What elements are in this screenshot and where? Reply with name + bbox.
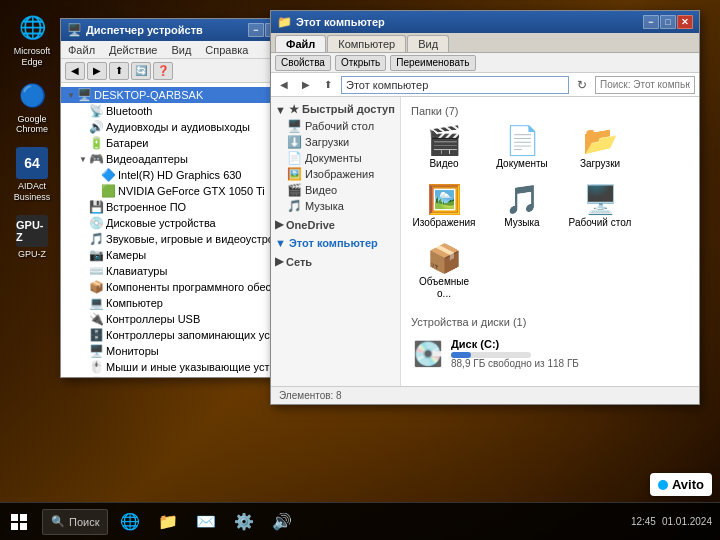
toolbar-up[interactable]: ⬆ <box>109 62 129 80</box>
taskbar-icons: 🌐 📁 ✉️ ⚙️ 🔊 <box>112 503 300 541</box>
device-tree[interactable]: ▼🖥️DESKTOP-QARBSAK📡Bluetooth🔊Аудиовходы … <box>61 83 304 377</box>
tree-item-12[interactable]: 📦Компоненты программного обеспечения <box>61 279 304 295</box>
sidebar-header-this-pc[interactable]: ▼ Этот компьютер <box>271 235 400 251</box>
tree-item-16[interactable]: 🖥️Мониторы <box>61 343 304 359</box>
fe-maximize-button[interactable]: □ <box>660 15 676 29</box>
tree-item-0[interactable]: ▼🖥️DESKTOP-QARBSAK <box>61 87 304 103</box>
folder-3d[interactable]: 📦 Объемные о... <box>409 241 479 304</box>
menu-action[interactable]: Действие <box>106 44 160 56</box>
tree-item-6[interactable]: 🟩NVIDIA GeForce GTX 1050 Ti <box>61 183 304 199</box>
ribbon-properties[interactable]: Свойства <box>275 55 331 71</box>
desktop-icon-64bit[interactable]: 64 AIDAct Business <box>4 145 60 205</box>
disk-c-icon: 💽 <box>413 340 443 368</box>
search-icon: 🔍 <box>51 515 65 528</box>
tree-item-2[interactable]: 🔊Аудиовходы и аудиовыходы <box>61 119 304 135</box>
taskbar-icon-edge[interactable]: 🌐 <box>112 503 148 541</box>
fe-back-button[interactable]: ◀ <box>275 76 293 94</box>
taskbar-icon-settings[interactable]: ⚙️ <box>226 503 262 541</box>
fe-address-input[interactable] <box>341 76 569 94</box>
avito-badge: Avito <box>650 473 712 496</box>
sidebar-header-quick-access[interactable]: ▼ ★ Быстрый доступ <box>271 101 400 118</box>
sidebar-item-desktop[interactable]: 🖥️Рабочий стол <box>271 118 400 134</box>
file-explorer-window: 📁 Этот компьютер − □ ✕ Файл Компьютер Ви… <box>270 10 700 405</box>
fe-search-input[interactable] <box>595 76 695 94</box>
tree-item-11[interactable]: ⌨️Клавиатуры <box>61 263 304 279</box>
taskbar-icon-mail[interactable]: ✉️ <box>188 503 224 541</box>
menu-file[interactable]: Файл <box>65 44 98 56</box>
fe-forward-button[interactable]: ▶ <box>297 76 315 94</box>
sidebar-header-network[interactable]: ▶ Сеть <box>271 253 400 270</box>
sidebar-onedrive: ▶ OneDrive <box>271 216 400 233</box>
video-folder-icon: 🎬 <box>427 127 462 155</box>
tree-item-14[interactable]: 🔌Контроллеры USB <box>61 311 304 327</box>
sidebar-item-downloads[interactable]: ⬇️Загрузки <box>271 134 400 150</box>
tab-view[interactable]: Вид <box>407 35 449 52</box>
tree-item-15[interactable]: 🗄️Контроллеры запоминающих устройств <box>61 327 304 343</box>
folders-grid: 🎬 Видео 📄 Документы 📂 Загрузки 🖼️ Изобра… <box>409 123 691 304</box>
fe-up-button[interactable]: ⬆ <box>319 76 337 94</box>
tree-item-3[interactable]: 🔋Батареи <box>61 135 304 151</box>
tree-item-17[interactable]: 🖱️Мыши и иные указывающие устройства <box>61 359 304 375</box>
menu-view[interactable]: Вид <box>168 44 194 56</box>
taskbar-icon-audio[interactable]: 🔊 <box>264 503 300 541</box>
folder-desktop[interactable]: 🖥️ Рабочий стол <box>565 182 635 233</box>
toolbar-help[interactable]: ❓ <box>153 62 173 80</box>
minimize-button[interactable]: − <box>248 23 264 37</box>
taskbar-search[interactable]: 🔍 Поиск <box>42 509 108 535</box>
tree-item-1[interactable]: 📡Bluetooth <box>61 103 304 119</box>
sidebar-item-pictures[interactable]: 🖼️Изображения <box>271 166 400 182</box>
fe-close-button[interactable]: ✕ <box>677 15 693 29</box>
64bit-label: AIDAct Business <box>6 181 58 203</box>
fe-refresh-button[interactable]: ↻ <box>573 76 591 94</box>
device-manager-titlebar: 🖥️ Диспетчер устройств − □ ✕ <box>61 19 304 41</box>
folder-music[interactable]: 🎵 Музыка <box>487 182 557 233</box>
tree-item-8[interactable]: 💿Дисковые устройства <box>61 215 304 231</box>
folder-documents[interactable]: 📄 Документы <box>487 123 557 174</box>
tree-item-5[interactable]: 🔷Intel(R) HD Graphics 630 <box>61 167 304 183</box>
tree-item-7[interactable]: 💾Встроенное ПО <box>61 199 304 215</box>
fe-main: ▼ ★ Быстрый доступ 🖥️Рабочий стол ⬇️Загр… <box>271 97 699 386</box>
chrome-label: Google Chrome <box>6 114 58 136</box>
folder-pictures[interactable]: 🖼️ Изображения <box>409 182 479 233</box>
desktop-icon-chrome[interactable]: 🔵 Google Chrome <box>4 78 60 138</box>
sidebar-item-documents[interactable]: 📄Документы <box>271 150 400 166</box>
start-button[interactable] <box>0 503 38 541</box>
disk-c-space: 88,9 ГБ свободно из 118 ГБ <box>451 358 579 369</box>
svg-rect-0 <box>11 514 18 521</box>
toolbar-back[interactable]: ◀ <box>65 62 85 80</box>
taskbar: 🔍 Поиск 🌐 📁 ✉️ ⚙️ 🔊 12:45 01.01.2024 <box>0 502 720 540</box>
tree-item-9[interactable]: 🎵Звуковые, игровые и видеоустройства <box>61 231 304 247</box>
fe-tabs: Файл Компьютер Вид <box>271 33 699 53</box>
sidebar-item-music[interactable]: 🎵Музыка <box>271 198 400 214</box>
sidebar-item-video[interactable]: 🎬Видео <box>271 182 400 198</box>
taskbar-icon-explorer[interactable]: 📁 <box>150 503 186 541</box>
toolbar-forward[interactable]: ▶ <box>87 62 107 80</box>
edge-label: MicrosoftEdge <box>14 46 51 68</box>
tab-file[interactable]: Файл <box>275 35 326 52</box>
tree-item-13[interactable]: 💻Компьютер <box>61 295 304 311</box>
tab-computer[interactable]: Компьютер <box>327 35 406 52</box>
sidebar-header-onedrive[interactable]: ▶ OneDrive <box>271 216 400 233</box>
tree-item-4[interactable]: ▼🎮Видеоадаптеры <box>61 151 304 167</box>
avito-label: Avito <box>672 477 704 492</box>
menu-help[interactable]: Справка <box>202 44 251 56</box>
toolbar-refresh[interactable]: 🔄 <box>131 62 151 80</box>
fe-statusbar: Элементов: 8 <box>271 386 699 404</box>
music-folder-label: Музыка <box>504 217 539 229</box>
folder-downloads[interactable]: 📂 Загрузки <box>565 123 635 174</box>
ribbon-open[interactable]: Открыть <box>335 55 386 71</box>
chrome-icon: 🔵 <box>16 80 48 112</box>
fe-window-controls: − □ ✕ <box>643 15 693 29</box>
fe-statusbar-text: Элементов: 8 <box>279 390 342 401</box>
3d-folder-icon: 📦 <box>427 245 462 273</box>
folder-video[interactable]: 🎬 Видео <box>409 123 479 174</box>
svg-rect-3 <box>20 523 27 530</box>
disk-c[interactable]: 💽 Диск (С:) 88,9 ГБ свободно из 118 ГБ <box>409 334 691 373</box>
svg-rect-2 <box>11 523 18 530</box>
tree-item-10[interactable]: 📷Камеры <box>61 247 304 263</box>
ribbon-rename[interactable]: Переименовать <box>390 55 475 71</box>
tree-item-18[interactable]: 🖨️Очередь печати <box>61 375 304 377</box>
desktop-icon-edge[interactable]: 🌐 MicrosoftEdge <box>4 10 60 70</box>
desktop-icon-gpuz[interactable]: GPU-Z GPU-Z <box>4 213 60 262</box>
fe-minimize-button[interactable]: − <box>643 15 659 29</box>
